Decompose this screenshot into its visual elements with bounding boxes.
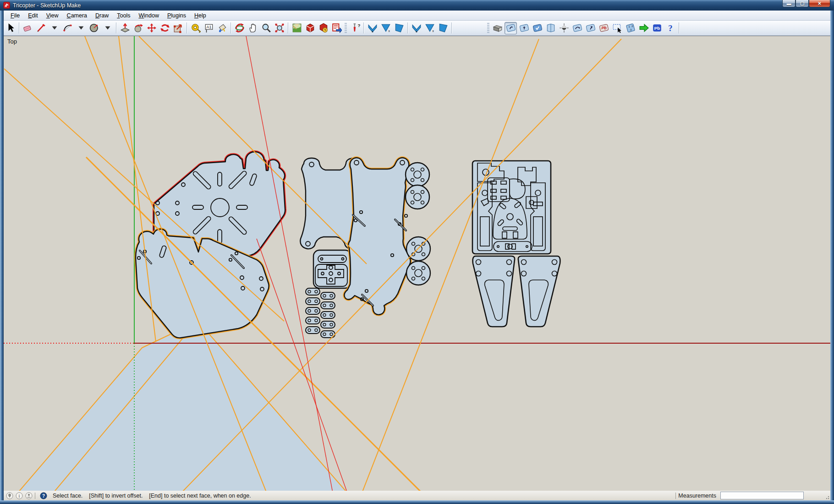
- help-icon[interactable]: ?: [664, 22, 676, 34]
- window-title: Tricopter - SketchUp Make: [13, 2, 81, 9]
- cadspan-tool-1-icon[interactable]: [518, 22, 530, 34]
- menu-item[interactable]: Camera: [63, 11, 91, 20]
- title-bar[interactable]: Tricopter - SketchUp Make ▬ ▢ ✕: [0, 0, 834, 11]
- menu-item[interactable]: View: [42, 11, 63, 20]
- sketchup-window: Tricopter - SketchUp Make ▬ ▢ ✕ FileEdit…: [0, 0, 834, 504]
- move-tool-icon[interactable]: [145, 22, 158, 34]
- select-tool-icon[interactable]: [4, 22, 16, 34]
- menu-item[interactable]: Plugins: [163, 11, 190, 20]
- menu-bar: FileEditViewCameraDrawToolsWindowPlugins…: [4, 11, 830, 21]
- cadspan-tool-4-icon[interactable]: [571, 22, 583, 34]
- view-name-label: Top: [7, 38, 17, 45]
- svg-text:x: x: [388, 29, 390, 33]
- svg-text:?: ?: [668, 23, 672, 33]
- select-marquee-icon[interactable]: [611, 22, 623, 34]
- svg-text:Pb: Pb: [654, 26, 660, 31]
- cadspan-tool-3-icon[interactable]: [544, 22, 557, 34]
- maximize-button[interactable]: ▢: [796, 0, 809, 7]
- measurements-input[interactable]: [720, 492, 804, 499]
- svg-text:x: x: [432, 29, 434, 33]
- gyro-origin-icon[interactable]: [558, 22, 570, 34]
- svg-text:Pb: Pb: [601, 26, 607, 30]
- zoom-extents-icon[interactable]: [273, 22, 285, 34]
- gusset-plate-left[interactable]: [473, 256, 515, 327]
- zoom-tool-icon[interactable]: [260, 22, 272, 34]
- cadspan-tool-2-icon[interactable]: [531, 22, 543, 34]
- pb-red-icon[interactable]: Pb: [598, 22, 610, 34]
- cam-path-tool-1-icon[interactable]: x: [366, 22, 379, 34]
- cam-path-tool-3-icon[interactable]: [393, 22, 405, 34]
- credits-status-icon[interactable]: i: [16, 492, 23, 499]
- menu-item[interactable]: File: [6, 11, 24, 20]
- minimize-button[interactable]: ▬: [782, 0, 796, 7]
- close-button[interactable]: ✕: [809, 0, 830, 7]
- status-hint-text: Select face. [Shift] to invert offset. […: [53, 493, 251, 499]
- menu-item[interactable]: Edit: [24, 11, 42, 20]
- circle-tool-icon[interactable]: [88, 22, 100, 34]
- get-models-icon[interactable]: [304, 22, 316, 34]
- svg-text:?: ?: [42, 493, 45, 499]
- svg-text:A1: A1: [206, 25, 211, 29]
- send-to-layout-icon[interactable]: [330, 22, 343, 34]
- model-viewport[interactable]: Top: [4, 36, 830, 491]
- window-border-left: [0, 11, 4, 500]
- cam-path-tool-6-icon[interactable]: [437, 22, 449, 34]
- menu-item[interactable]: Help: [190, 11, 210, 20]
- svg-text:i: i: [19, 493, 20, 498]
- arc-dropdown-icon[interactable]: [75, 22, 87, 34]
- scale-tool-icon[interactable]: [172, 22, 184, 34]
- sketchup-app-icon: [3, 2, 10, 9]
- line-tool-icon[interactable]: [35, 22, 47, 34]
- tape-measure-icon[interactable]: [189, 22, 202, 34]
- rotate-tool-icon[interactable]: [159, 22, 171, 34]
- menu-item[interactable]: Tools: [113, 11, 134, 20]
- menu-item[interactable]: Window: [134, 11, 163, 20]
- paint-bucket-icon[interactable]: [216, 22, 228, 34]
- toolbar: A1 ? x x x x Pb 123 Pb: [4, 21, 830, 36]
- pan-tool-icon[interactable]: [247, 22, 259, 34]
- follow-me-icon[interactable]: [132, 22, 144, 34]
- svg-text:?: ?: [357, 23, 360, 28]
- model-scene: [4, 36, 830, 491]
- menu-item[interactable]: Draw: [91, 11, 113, 20]
- extension-warehouse-icon[interactable]: [317, 22, 329, 34]
- arc-tool-icon[interactable]: [61, 22, 74, 34]
- status-bar: i ? Select face. [Shift] to invert offse…: [4, 491, 830, 500]
- spacer-links[interactable]: [306, 288, 335, 338]
- text-tool-icon[interactable]: A1: [203, 22, 215, 34]
- export-arrow-icon[interactable]: [637, 22, 650, 34]
- cadspan-tool-5-icon[interactable]: [584, 22, 597, 34]
- nested-parts-sheet[interactable]: [472, 161, 551, 254]
- instructor-icon[interactable]: ?: [349, 22, 361, 34]
- window-border-bottom: [0, 500, 834, 504]
- push-pull-icon[interactable]: [119, 22, 131, 34]
- gusset-plate-right[interactable]: [518, 256, 560, 327]
- motor-mount-plate[interactable]: [313, 250, 351, 288]
- help-status-icon[interactable]: ?: [40, 492, 47, 499]
- cam-path-tool-4-icon[interactable]: x: [410, 22, 422, 34]
- circle-dropdown-icon[interactable]: [101, 22, 114, 34]
- pulley-discs[interactable]: [406, 163, 430, 285]
- cam-path-tool-2-icon[interactable]: x: [379, 22, 392, 34]
- eraser-icon[interactable]: [22, 22, 34, 34]
- cadspan-active-tool-icon[interactable]: [505, 22, 517, 34]
- line-dropdown-icon[interactable]: [48, 22, 60, 34]
- resize-grip[interactable]: [824, 494, 829, 499]
- open-file-icon[interactable]: [491, 22, 504, 34]
- window-border-right: [830, 11, 834, 500]
- pb-blue-icon[interactable]: Pb: [651, 22, 663, 34]
- geo-location-icon[interactable]: [291, 22, 303, 34]
- geolocation-status-icon[interactable]: [6, 492, 13, 499]
- measurements-label: Measurements: [678, 493, 716, 499]
- steps-123-icon[interactable]: 123: [624, 22, 636, 34]
- cam-path-tool-5-icon[interactable]: x: [423, 22, 436, 34]
- sign-in-status-icon[interactable]: [25, 492, 33, 499]
- orbit-tool-icon[interactable]: [233, 22, 246, 34]
